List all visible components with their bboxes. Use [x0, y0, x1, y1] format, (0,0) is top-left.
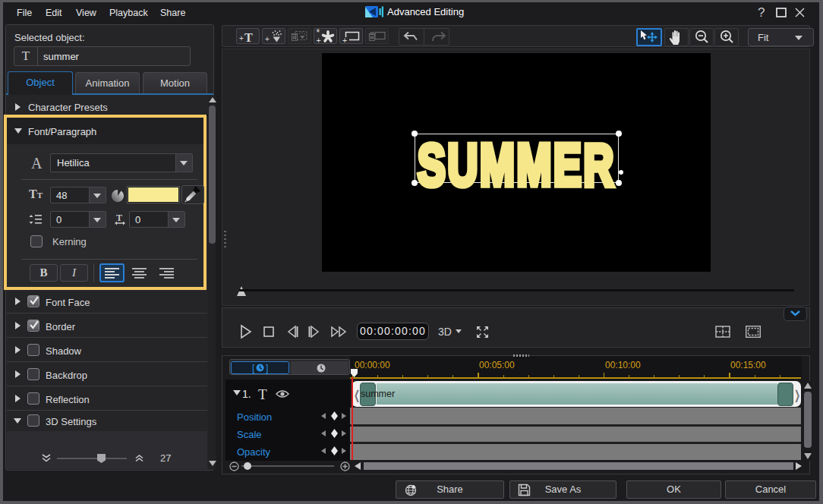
svg-text:+: + — [342, 36, 347, 44]
svg-text:+: + — [317, 36, 321, 43]
svg-text:+: + — [239, 34, 244, 43]
svg-text:T: T — [116, 213, 122, 223]
svg-text:+: + — [265, 35, 270, 43]
svg-text:T: T — [244, 31, 253, 44]
